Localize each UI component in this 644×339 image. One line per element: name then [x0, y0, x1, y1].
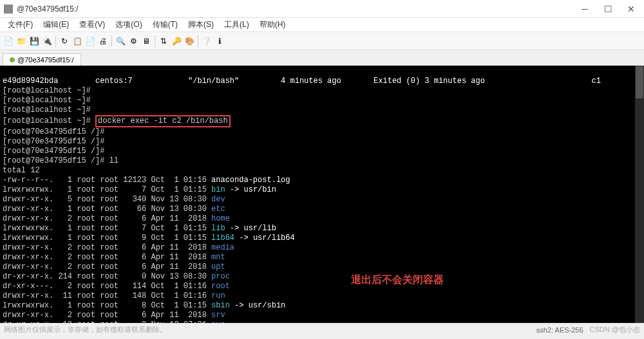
toolbar-open-icon[interactable]: 📁 — [15, 35, 27, 47]
toolbar-separator — [155, 35, 155, 47]
maximize-button[interactable]: ☐ — [599, 3, 617, 15]
menu-options[interactable]: 选项(O) — [110, 18, 147, 32]
toolbar-info-icon[interactable]: ℹ — [214, 35, 225, 47]
menu-help[interactable]: 帮助(H) — [254, 18, 291, 32]
status-ssh: ssh2: AES-256 — [536, 326, 583, 334]
menu-tools[interactable]: 工具(L) — [219, 18, 254, 32]
annotation-text: 退出后不会关闭容器 — [351, 275, 444, 284]
toolbar-reconnect-icon[interactable]: ↻ — [59, 35, 70, 47]
connection-status-icon — [10, 57, 15, 62]
toolbar-separator — [55, 35, 56, 47]
toolbar-separator — [198, 35, 198, 47]
toolbar-separator — [111, 35, 112, 47]
toolbar-copy-icon[interactable]: 📋 — [71, 35, 83, 47]
toolbar-props-icon[interactable]: ⚙ — [128, 35, 139, 47]
toolbar-disconnect-icon[interactable]: 🔌 — [41, 35, 53, 47]
toolbar-print-icon[interactable]: 🖨 — [97, 35, 109, 47]
window-controls: ─ ☐ ✕ — [576, 3, 640, 15]
toolbar-key-icon[interactable]: 🔑 — [171, 35, 182, 47]
minimize-button[interactable]: ─ — [576, 3, 594, 15]
menu-edit[interactable]: 编辑(E) — [38, 18, 74, 32]
tabbar: @70e34795df15:/ — [0, 50, 644, 66]
menu-script[interactable]: 脚本(S) — [183, 18, 219, 32]
menu-file[interactable]: 文件(F) — [3, 18, 38, 32]
toolbar-new-icon[interactable]: 📄 — [3, 35, 14, 47]
window-title: @70e34795df15:/ — [17, 5, 576, 14]
status-left: 网络图片仅供展示，非存储，如有侵权请联系删除。 — [4, 325, 167, 334]
status-credit: CSDN @包小志 — [590, 325, 640, 334]
toolbar-help-icon[interactable]: ❔ — [201, 35, 213, 47]
toolbar-find-icon[interactable]: 🔍 — [115, 35, 126, 47]
statusbar: 网络图片仅供展示，非存储，如有侵权请联系删除。 ssh2: AES-256 CS… — [0, 323, 644, 336]
scroll-thumb[interactable] — [636, 66, 643, 98]
menu-view[interactable]: 查看(V) — [74, 18, 110, 32]
toolbar-save-icon[interactable]: 💾 — [28, 35, 40, 47]
terminal[interactable]: e49d89942bda centos:7 "/bin/bash" 4 minu… — [0, 66, 644, 323]
titlebar: @70e34795df15:/ ─ ☐ ✕ — [0, 0, 644, 18]
toolbar-paste-icon[interactable]: 📄 — [84, 35, 96, 47]
tab-label: @70e34795df15:/ — [17, 56, 74, 64]
toolbar-host-icon[interactable]: 🖥 — [140, 35, 152, 47]
menu-transfer[interactable]: 传输(T) — [147, 18, 183, 32]
scrollbar[interactable] — [635, 66, 644, 323]
toolbar: 📄 📁 💾 🔌 ↻ 📋 📄 🖨 🔍 ⚙ 🖥 ⇅ 🔑 🎨 ❔ ℹ — [0, 32, 644, 50]
toolbar-xfer-icon[interactable]: ⇅ — [158, 35, 169, 47]
close-button[interactable]: ✕ — [622, 3, 640, 15]
app-icon — [4, 5, 13, 14]
toolbar-color-icon[interactable]: 🎨 — [184, 35, 195, 47]
session-tab[interactable]: @70e34795df15:/ — [3, 53, 81, 66]
menubar: 文件(F) 编辑(E) 查看(V) 选项(O) 传输(T) 脚本(S) 工具(L… — [0, 18, 644, 32]
